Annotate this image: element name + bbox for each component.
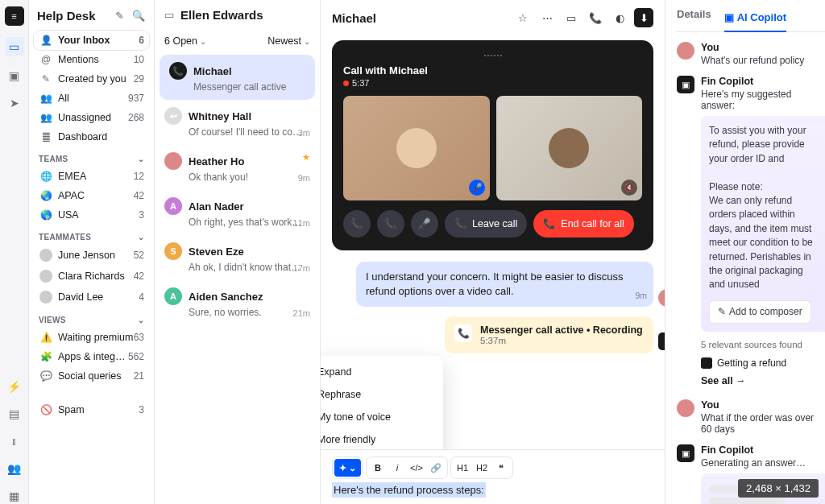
sidebar-teammate-1[interactable]: Clara Richards42 [34,266,149,287]
tab-ai-copilot[interactable]: ▣AI Copilot [724,8,786,32]
spam-icon: 🚫 [39,404,53,415]
conversation-item-4[interactable]: SSteven EzeAh ok, I didn't know that…17m [155,235,320,280]
sidebar-item-1[interactable]: @Mentions10 [34,50,149,69]
leave-call-button[interactable]: 📞Leave call [445,210,527,238]
italic-button[interactable]: i [388,459,407,477]
avatar: ↩ [164,107,182,125]
compose-icon[interactable]: ✎ [112,8,126,23]
sidebar-teammate-0[interactable]: June Jenson52 [34,245,149,266]
video-participant-2: 🔇 [496,96,643,200]
sidebar-item-0[interactable]: 👤Your Inbox6 [34,31,149,50]
conversation-item-5[interactable]: AAiden SanchezSure, no worries.21m [155,280,320,325]
bold-button[interactable]: B [368,459,388,477]
h2-button[interactable]: H2 [472,459,491,477]
sidebar-item-2[interactable]: ✎Created by you29 [34,69,149,89]
sidebar-title: Help Desk [37,9,107,23]
sidebar-team-1[interactable]: 🌏APAC42 [34,186,149,205]
more-icon[interactable]: ⋯ [537,8,557,27]
star-icon[interactable]: ☆ [513,8,533,27]
rail-send-icon[interactable]: ➤ [6,95,23,111]
app-rail: ≡ ▭ ▣ ➤ ⚡ ▤ ⫾ 👥 ▦ [0,0,29,504]
conversation-item-3[interactable]: AAlan NaderOh right, yes that's work…11m [155,190,320,235]
conversation-item-1[interactable]: ↩Whitney HallOf course! I'll need to co…… [155,100,320,145]
transfer-call-button[interactable]: 📞 [377,210,404,238]
sidebar-view-2[interactable]: 💬Social queries21 [34,366,149,386]
rail-grid-icon[interactable]: ▦ [6,488,23,504]
rail-book-icon[interactable]: ▤ [6,406,23,422]
quote-button[interactable]: ❝ [491,459,511,477]
sidebar-item-3[interactable]: 👥All937 [34,89,149,108]
link-button[interactable]: 🔗 [426,459,446,477]
filter-sort[interactable]: Newest⌄ [267,35,310,47]
tab-details[interactable]: Details [677,8,711,25]
sidebar-item-5[interactable]: ䷀Dashboard [34,127,149,147]
conversation-item-0[interactable]: 📞MichaelMessenger call active [160,55,315,100]
article-icon [701,357,712,369]
code-button[interactable]: </> [407,459,426,477]
suggested-answer: To assist you with your refund, please p… [701,116,825,332]
mic-muted-icon[interactable]: 🔇 [621,180,637,196]
ai-menu-option-1[interactable]: Rephrase [321,383,438,406]
fin-icon: ▣ [677,76,694,93]
conversation-list: ▭ Ellen Edwards 6 Open⌄ Newest⌄ 📞Michael… [155,0,321,504]
sidebar-teammate-2[interactable]: David Lee4 [34,287,149,308]
add-to-composer-button[interactable]: ✎ Add to composer [709,300,811,324]
source-item[interactable]: Getting a refund [701,354,825,372]
chevron-down-icon[interactable]: ⌄ [138,316,144,324]
conversation-thread: Michael ☆ ⋯ ▭ 📞 ◐ ⬇ ⋯⋯ Call with Michael… [321,0,665,504]
ticket-icon[interactable]: ▭ [562,8,581,27]
app-logo[interactable]: ≡ [5,6,24,26]
sidebar-item-spam[interactable]: 🚫 Spam 3 [34,400,149,419]
avatar [164,152,182,170]
mic-on-icon[interactable]: 🎤 [469,180,485,196]
teams-header: TEAMS [39,155,68,163]
dimensions-badge: 2,468 × 1,432 [738,479,819,498]
sidebar-team-0[interactable]: 🌐EMEA12 [34,167,149,186]
sidebar-team-2[interactable]: 🌎USA3 [34,205,149,225]
avatar: S [164,242,182,260]
end-call-button[interactable]: 📞End call for all [533,210,634,238]
add-participant-button[interactable]: 📞 [343,210,371,238]
sidebar-view-1[interactable]: 🧩Apps & integrations562 [34,347,149,366]
chevron-down-icon[interactable]: ⌄ [138,233,144,242]
rail-people-icon[interactable]: 👥 [6,461,23,477]
call-timer: 5:37 [352,78,369,88]
list-layout-icon[interactable]: ▭ [164,9,174,21]
thread-title: Michael [332,11,508,25]
see-all-link[interactable]: See all → [701,375,825,386]
search-icon[interactable]: 🔍 [131,8,146,23]
avatar: 📞 [169,62,187,80]
close-conversation-icon[interactable]: ⬇ [634,8,653,27]
mute-button[interactable]: 🎤 [411,210,438,238]
drag-handle-icon[interactable]: ⋯⋯ [343,50,642,61]
ai-menu-option-0[interactable]: Expand [321,361,438,383]
list-owner: Ellen Edwards [180,8,263,22]
rail-chart-icon[interactable]: ⫾ [6,433,23,449]
sidebar: Help Desk ✎ 🔍 👤Your Inbox6@Mentions10✎Cr… [29,0,155,504]
star-icon: ★ [302,152,310,163]
call-title: Call with Michael [343,64,642,76]
rail-bolt-icon[interactable]: ⚡ [6,378,23,395]
sidebar-view-0[interactable]: ⚠️Waiting premium63 [34,328,149,347]
composer-input[interactable]: Here's the refund process steps: [332,484,653,496]
filter-open[interactable]: 6 Open⌄ [164,35,267,47]
copilot-panel: Details ▣AI Copilot You What's our refun… [665,0,825,504]
active-call-card: ⋯⋯ Call with Michael 5:37 🎤 🔇 📞 📞 [332,40,653,250]
rail-contacts-icon[interactable]: ▣ [6,68,23,84]
sidebar-item-4[interactable]: 👥Unassigned268 [34,108,149,127]
app-badge-icon: ≡ [658,333,665,350]
h1-button[interactable]: H1 [453,459,472,477]
conversation-item-2[interactable]: Heather HoOk thank you!9m★ [155,145,320,190]
rail-inbox-icon[interactable]: ▭ [5,37,24,56]
phone-icon[interactable]: 📞 [586,8,605,27]
avatar: A [164,287,182,305]
ai-button[interactable]: ✦ ⌄ [334,459,361,477]
chevron-down-icon[interactable]: ⌄ [138,155,144,163]
ai-menu-option-2[interactable]: My tone of voice [321,406,438,428]
ai-menu-option-3[interactable]: More friendly [321,428,438,449]
snooze-icon[interactable]: ◐ [610,8,629,27]
fin-icon: ▣ [677,444,694,462]
recording-icon [343,81,349,86]
call-recording-banner: 📞 Messenger call active • Recording 5:37… [445,316,653,353]
phone-icon: 📞 [454,324,472,342]
